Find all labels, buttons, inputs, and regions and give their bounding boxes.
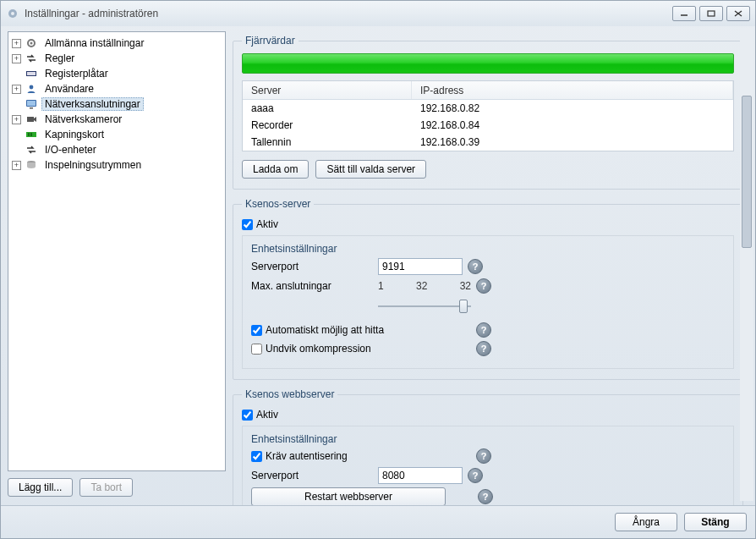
window-controls [672,6,750,21]
titlebar: Inställningar - administratören [1,1,755,26]
cell-ip: 192.168.0.82 [412,102,733,114]
maxconn-min: 1 [378,280,384,292]
expand-icon[interactable]: + [12,161,21,170]
maxconn-row: Max. anslutningar 1 32 32 ? [251,278,725,294]
tree-item-label: Registerplåtar [41,67,112,80]
slider-thumb[interactable] [459,300,468,313]
remove-button[interactable]: Ta bort [79,478,133,497]
tree-item-label: Användare [41,82,97,96]
undo-button[interactable]: Ångra [615,513,677,531]
cell-server: Recorder [243,119,412,131]
close-dialog-button[interactable]: Stäng [684,513,747,531]
maximize-button[interactable] [699,6,723,21]
expand-icon[interactable]: + [12,39,21,48]
ksenos-web-active-checkbox[interactable] [242,410,253,421]
content: +Allmänna inställningar+ReglerRegisterpl… [1,26,755,505]
col-server[interactable]: Server [243,81,412,99]
serverport-row: Serverport ? [251,258,725,275]
svg-rect-14 [27,117,34,122]
remote-button-row: Ladda om Sätt till valda server [242,160,734,179]
tree-item-label: Kapningskort [41,128,107,141]
ksenos-web-group: Ksenos webbserver Aktiv Enhetsinställnin… [233,388,743,505]
maxconn-label: Max. anslutningar [251,280,378,292]
help-icon[interactable]: ? [476,278,491,294]
require-auth[interactable]: Kräv autentisering [251,450,471,462]
scrollbar-thumb[interactable] [742,96,752,248]
ksenos-server-active-label: Aktiv [256,218,278,230]
arrows-icon [25,52,38,65]
ksenos-web-active[interactable]: Aktiv [242,409,734,421]
close-button[interactable] [726,6,750,21]
tree-item[interactable]: +Inspelningsutrymmen [8,157,225,173]
remote-hosts-group: Fjärrvärdar Server IP-adress aaaa192.168… [233,35,743,190]
tree-item[interactable]: +Regler [8,51,225,66]
help-icon[interactable]: ? [476,322,491,338]
tree-item[interactable]: +Användare [8,81,225,96]
tree-item-label: Nätverkskameror [41,113,125,126]
table-row[interactable]: Tallennin192.168.0.39 [243,134,733,151]
expand-icon[interactable]: + [12,85,21,94]
window: Inställningar - administratören +Allmänn… [0,0,756,539]
svg-rect-9 [27,72,36,75]
ksenos-server-unit-legend: Enhetsinställningar [251,243,725,255]
footer: Ångra Stäng [1,505,755,538]
window-title: Inställningar - administratören [25,8,158,19]
tree-item[interactable]: Nätverksanslutningar [8,96,225,112]
server-table[interactable]: Server IP-adress aaaa192.168.0.82Recorde… [242,80,734,151]
help-icon[interactable]: ? [476,341,491,356]
maxconn-slider[interactable] [378,297,471,314]
help-icon[interactable]: ? [476,448,491,464]
avoid-recompress[interactable]: Undvik omkompression [251,343,471,355]
tree-item[interactable]: Kapningskort [8,127,225,142]
tree-item[interactable]: I/O-enheter [8,142,225,157]
col-ip[interactable]: IP-adress [412,81,733,99]
help-icon[interactable]: ? [478,489,493,504]
ksenos-server-group: Ksenos-server Aktiv Enhetsinställningar … [233,198,743,380]
svg-point-7 [30,42,33,45]
require-auth-checkbox[interactable] [251,451,262,462]
plate-icon [25,67,38,80]
webport-input[interactable] [378,467,463,484]
help-icon[interactable]: ? [468,259,483,274]
ksenos-server-unit-group: Enhetsinställningar Serverport ? Max. an… [242,235,734,369]
auto-discover-checkbox[interactable] [251,325,262,336]
remote-hosts-legend: Fjärrvärdar [242,35,299,47]
user-icon [25,82,38,96]
right-panel: Fjärrvärdar Server IP-adress aaaa192.168… [233,31,748,505]
table-row[interactable]: aaaa192.168.0.82 [243,100,733,117]
auto-discover-label: Automatiskt möjlig att hitta [266,324,384,336]
progress-bar [242,53,734,74]
ksenos-server-active-checkbox[interactable] [242,219,253,230]
avoid-recompress-checkbox[interactable] [251,344,262,355]
cell-server: Tallennin [243,136,412,148]
settings-tree[interactable]: +Allmänna inställningar+ReglerRegisterpl… [8,31,226,471]
expand-icon[interactable]: + [12,115,21,124]
tree-item-label: Inspelningsutrymmen [41,158,145,172]
auth-row: Kräv autentisering ? [251,448,725,464]
auto-discover[interactable]: Automatiskt möjlig att hitta [251,324,471,336]
window-scrollbar[interactable] [740,28,753,501]
table-row[interactable]: Recorder192.168.0.84 [243,117,733,134]
tree-item[interactable]: +Nätverkskameror [8,112,225,127]
maxconn-values: 1 32 32 [378,280,471,292]
ksenos-server-legend: Ksenos-server [242,198,314,210]
reload-button[interactable]: Ladda om [242,160,309,179]
app-icon [6,7,19,20]
maxconn-val: 32 [460,280,471,292]
add-button[interactable]: Lägg till... [8,478,73,497]
set-selected-button[interactable]: Sätt till valda server [315,160,426,179]
ksenos-server-active[interactable]: Aktiv [242,218,734,230]
tree-item-label: I/O-enheter [41,143,100,157]
expand-icon[interactable]: + [12,54,21,63]
svg-rect-3 [708,11,715,16]
card-icon [25,128,38,141]
svg-point-10 [30,85,34,90]
minimize-button[interactable] [672,6,696,21]
serverport-input[interactable] [378,258,463,275]
tree-item[interactable]: Registerplåtar [8,66,225,81]
avoid-recompress-label: Undvik omkompression [266,343,371,355]
help-icon[interactable]: ? [468,468,483,483]
restart-webserver-button[interactable]: Restart webbserver [251,487,446,505]
left-button-row: Lägg till... Ta bort [8,471,226,505]
tree-item[interactable]: +Allmänna inställningar [8,36,225,51]
